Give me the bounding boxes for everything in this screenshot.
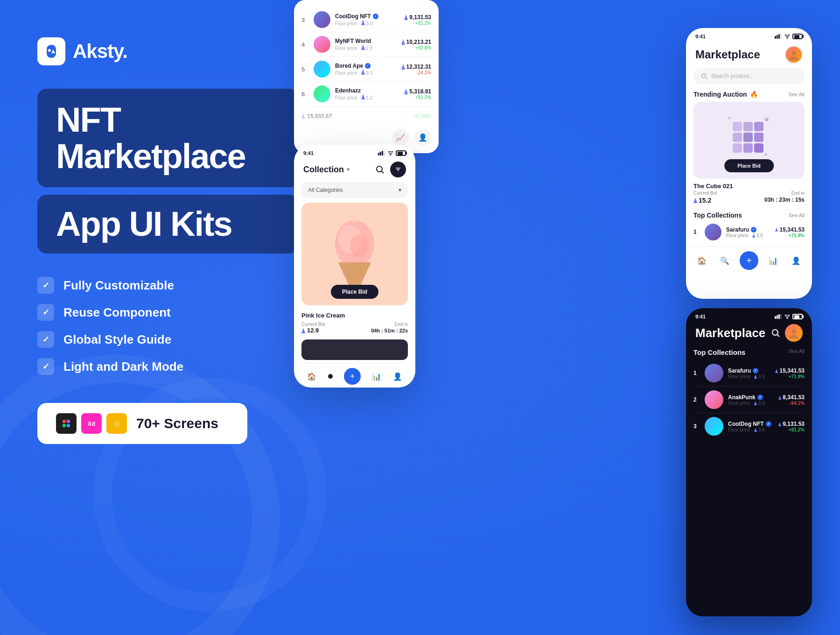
phone-marketplace-light: 9:41 Marketplace Search product... Trend… <box>686 28 812 299</box>
chart-icon[interactable]: 📈 <box>392 129 409 146</box>
svg-point-0 <box>48 49 51 52</box>
phone-collection: 9:41 Collection ▾ All Categories ▾ <box>294 145 415 388</box>
status-bar: 9:41 <box>294 145 415 159</box>
lb-pct: +81.2% <box>404 21 431 26</box>
filter-icon[interactable] <box>390 162 406 177</box>
svg-point-20 <box>390 154 392 155</box>
hero-subtitle: App UI Kits <box>56 206 280 242</box>
activity-nav-icon[interactable]: 📊 <box>765 253 781 268</box>
dark-search-icon[interactable] <box>771 328 780 338</box>
svg-rect-44 <box>733 133 742 142</box>
svg-rect-19 <box>384 151 385 155</box>
verified-badge: ✓ <box>751 227 756 233</box>
svg-rect-34 <box>777 35 778 39</box>
feature-item: ✓ Reuse Component <box>37 304 299 321</box>
check-icon-box: ✓ <box>37 277 54 294</box>
add-nav-button[interactable]: + <box>740 251 758 270</box>
user-icon[interactable]: 👤 <box>414 129 431 146</box>
profile-nav-icon[interactable]: 👤 <box>788 253 804 268</box>
svg-rect-56 <box>775 316 776 319</box>
leaderboard-row: 3 CoolDog NFT ✓ Floor price 3.9 9,131.53… <box>301 7 431 32</box>
check-icon-box: ✓ <box>37 304 54 321</box>
dark-fade <box>686 560 812 616</box>
svg-rect-48 <box>743 143 753 153</box>
dark-collection-row: 3 CoolDog NFT ✓ Floor price 3.5 9,131.53… <box>686 413 812 439</box>
svg-rect-36 <box>780 34 782 39</box>
dark-collections-header: Top Collections See All <box>686 346 812 360</box>
trending-card: Place Bid <box>693 102 805 179</box>
search-nav-icon[interactable]: 🔍 <box>717 253 733 268</box>
dark-collection-avatar <box>705 390 723 409</box>
home-nav-icon[interactable]: 🏠 <box>694 253 710 268</box>
svg-point-38 <box>791 51 796 56</box>
bid-row: Current Bid End in <box>301 322 408 327</box>
svg-marker-32 <box>301 328 305 333</box>
place-bid-button[interactable]: Place Bid <box>331 285 378 299</box>
nft-image: Place Bid <box>301 203 408 305</box>
verified-icon: ✓ <box>365 63 371 69</box>
svg-point-60 <box>787 318 788 319</box>
trending-info: The Cube 021 Current Bid End in 15.2 03h… <box>686 179 812 206</box>
dark-user-avatar[interactable] <box>785 324 803 342</box>
svg-rect-2 <box>67 420 70 423</box>
svg-rect-59 <box>780 314 782 319</box>
dark-collection-row: 1 Sarafuru ✓ Floor price 3.5 15,341.53 +… <box>686 360 812 386</box>
bid-value-row: 12.9 04h : 51m : 22s <box>301 327 408 334</box>
svg-rect-18 <box>382 151 383 155</box>
svg-rect-1 <box>63 420 66 423</box>
svg-point-28 <box>350 234 369 258</box>
check-icon-box: ✓ <box>37 358 54 375</box>
bottom-nav: 🏠 + 📊 👤 <box>294 363 415 388</box>
logo-area: Aksty. <box>37 37 299 65</box>
svg-marker-55 <box>775 227 778 232</box>
hero-title: NFT Marketplace <box>56 102 280 174</box>
check-icon-box: ✓ <box>37 331 54 348</box>
place-bid-button[interactable]: Place Bid <box>724 159 774 172</box>
svg-rect-33 <box>775 36 776 39</box>
svg-rect-47 <box>733 143 742 153</box>
phone-marketplace-dark: 9:41 Marketplace Top Collections See All <box>686 308 812 616</box>
figma-icon <box>56 413 77 434</box>
lb-info: CoolDog NFT ✓ Floor price 3.9 <box>335 13 399 26</box>
trending-label: Trending Auction 🔥 <box>693 91 758 98</box>
search-icon[interactable] <box>375 165 385 174</box>
hero-subtitle-box: App UI Kits <box>37 195 299 254</box>
bottom-nav-light: 🏠 🔍 + 📊 👤 <box>686 246 812 275</box>
lb-rank: 3 <box>301 16 309 23</box>
see-all-trending[interactable]: See All <box>789 92 805 97</box>
svg-rect-49 <box>754 143 763 153</box>
svg-line-62 <box>777 335 779 337</box>
top-collections: Top Collections See All 1 Sarafuru ✓ Flo… <box>686 206 812 243</box>
ice-cream-svg <box>324 211 385 297</box>
bid-info-row: Current Bid End in <box>693 190 805 196</box>
features-list: ✓ Fully Customizable ✓ Reuse Component ✓… <box>37 277 299 375</box>
svg-marker-65 <box>775 369 778 373</box>
header-icons <box>375 162 406 177</box>
add-button[interactable]: + <box>344 368 361 385</box>
user-avatar[interactable] <box>785 46 803 64</box>
dark-status-bar: 9:41 <box>686 308 812 322</box>
lb-eth: 9,131.53 <box>404 14 431 21</box>
activity-icon[interactable]: 📊 <box>372 372 381 381</box>
search-bar[interactable]: Search product... <box>693 68 805 84</box>
leaderboard-row: 6 Edenhazz Floor price 1.2 5,318.91 +81.… <box>301 82 431 106</box>
lb-values: 9,131.53 +81.2% <box>404 14 431 26</box>
profile-icon[interactable]: 👤 <box>393 372 402 381</box>
svg-point-63 <box>791 329 796 334</box>
collections-header: Top Collections See All <box>693 209 805 221</box>
collection-title: Collection ▾ <box>303 165 350 175</box>
home-icon[interactable]: 🏠 <box>307 372 316 381</box>
leaderboard-card: 3 CoolDog NFT ✓ Floor price 3.9 9,131.53… <box>294 0 439 153</box>
category-filter[interactable]: All Categories ▾ <box>301 182 408 198</box>
svg-rect-43 <box>754 122 763 131</box>
svg-marker-66 <box>754 401 757 405</box>
dark-strip <box>301 339 408 360</box>
svg-point-4 <box>67 424 70 427</box>
verified-badge: ✓ <box>753 368 758 374</box>
svg-marker-12 <box>401 64 405 70</box>
collection-avatar <box>705 224 721 240</box>
svg-marker-67 <box>778 395 781 400</box>
svg-rect-16 <box>378 153 379 155</box>
verified-badge: ✓ <box>766 421 771 427</box>
feature-label: Reuse Component <box>63 305 171 320</box>
